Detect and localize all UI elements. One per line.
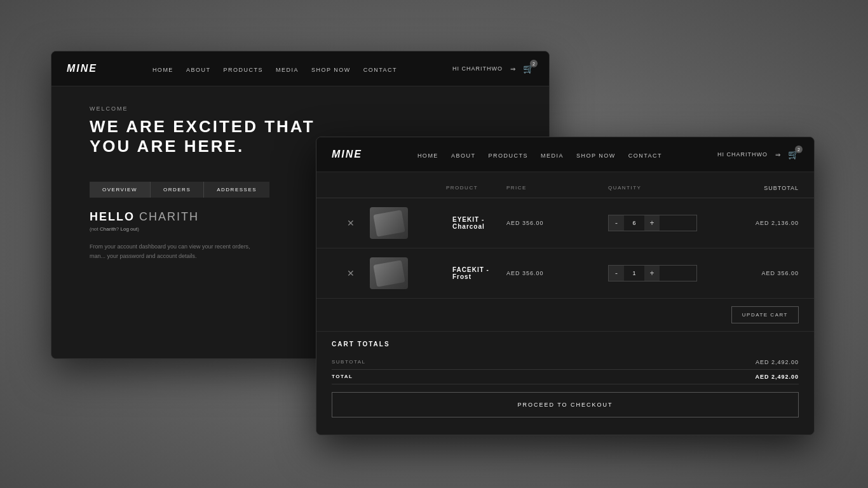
totals-total-label: TOTAL (332, 374, 353, 380)
front-nav-media[interactable]: MEDIA (541, 152, 564, 159)
product-name-bold-row2: FACE (452, 266, 472, 273)
product-img-row1 (370, 207, 408, 239)
back-nav-about[interactable]: ABOUT (186, 67, 211, 73)
back-welcome-label: WELCOME (90, 105, 511, 112)
th-subtotal: SUBTOTAL (697, 185, 799, 191)
front-user-link[interactable]: HI CHARITHWO (717, 151, 768, 158)
back-nav: MINE HOME ABOUT PRODUCTS MEDIA SHOP NOW … (51, 51, 549, 86)
update-cart-button[interactable]: UPDATE CART (731, 306, 799, 323)
front-nav-products[interactable]: PRODUCTS (488, 152, 528, 159)
cart-table-header: PRODUCT PRICE QUANTITY SUBTOTAL (316, 179, 814, 198)
back-nav-products[interactable]: PRODUCTS (223, 67, 263, 73)
totals-subtotal-value: AED 2,492.00 (756, 359, 799, 365)
qty-plus-row1[interactable]: + (644, 215, 660, 231)
th-quantity: QUANTITY (608, 185, 697, 191)
back-description: From your account dashboard you can view… (90, 242, 268, 261)
totals-total-row: TOTAL AED 2,492.00 (332, 370, 799, 384)
th-empty1 (332, 185, 370, 191)
totals-total-value: AED 2,492.00 (755, 374, 799, 380)
front-cart-badge: 2 (795, 146, 803, 153)
remove-row2-button[interactable]: ✕ (332, 268, 370, 278)
qty-control-row2[interactable]: - + (608, 265, 697, 281)
product-img-row2 (370, 257, 408, 289)
subtotal-row2: AED 356.00 (697, 270, 799, 276)
subtotal-row1: AED 2,136.00 (697, 220, 799, 226)
back-logout-icon[interactable]: ⇒ (510, 65, 515, 72)
table-row: ✕ EYEKIT - Charcoal AED 356.00 - + AED 2… (316, 198, 814, 248)
back-greeting-name: CHARITH (139, 210, 199, 223)
back-cart-icon[interactable]: 🛒 2 (523, 64, 534, 74)
th-empty2 (370, 185, 446, 191)
qty-plus-row2[interactable]: + (644, 266, 660, 281)
tab-overview[interactable]: OVERVIEW (90, 182, 151, 198)
totals-subtotal-label: SUBTOTAL (332, 359, 366, 365)
product-price-row2: AED 356.00 (506, 270, 608, 276)
back-nav-contact[interactable]: CONTACT (363, 67, 397, 73)
front-logout-icon[interactable]: ⇒ (775, 151, 780, 158)
qty-control-row1[interactable]: - + (608, 215, 697, 231)
front-window: MINE HOME ABOUT PRODUCTS MEDIA SHOP NOW … (316, 137, 815, 435)
table-row: ✕ FACEKIT - Frost AED 356.00 - + AED 356… (316, 248, 814, 299)
tab-addresses[interactable]: ADDRESSES (204, 182, 269, 198)
tab-orders[interactable]: ORDERS (151, 182, 204, 198)
update-cart-wrap: UPDATE CART (316, 299, 814, 332)
product-shape-row2 (373, 260, 405, 287)
th-price: PRICE (506, 185, 608, 191)
product-price-row1: AED 356.00 (506, 220, 608, 226)
back-nav-right: HI CHARITHWO ⇒ 🛒 2 (452, 64, 534, 74)
front-nav: MINE HOME ABOUT PRODUCTS MEDIA SHOP NOW … (316, 137, 814, 172)
back-logout-link[interactable]: Log out (120, 226, 137, 232)
back-nav-shopnow[interactable]: SHOP NOW (311, 67, 351, 73)
product-name-bold-row1: EYE (452, 216, 467, 223)
front-nav-contact[interactable]: CONTACT (628, 152, 662, 159)
back-nav-media[interactable]: MEDIA (276, 67, 299, 73)
back-nav-home[interactable]: HOME (153, 67, 173, 73)
front-nav-shopnow[interactable]: SHOP NOW (576, 152, 616, 159)
totals-subtotal-row: SUBTOTAL AED 2,492.00 (332, 355, 799, 370)
qty-minus-row1[interactable]: - (609, 215, 624, 231)
remove-row1-button[interactable]: ✕ (332, 218, 370, 228)
qty-input-row1[interactable] (624, 215, 644, 231)
checkout-button[interactable]: PROCEED TO CHECKOUT (332, 392, 799, 417)
qty-minus-row2[interactable]: - (609, 266, 624, 281)
product-name-row2: FACEKIT - Frost (446, 266, 506, 280)
back-logo: MINE (67, 63, 97, 74)
back-nav-links: HOME ABOUT PRODUCTS MEDIA SHOP NOW CONTA… (153, 63, 397, 74)
front-logo: MINE (332, 149, 362, 160)
front-cart-icon[interactable]: 🛒 2 (788, 149, 799, 159)
back-charith-link[interactable]: Charith (100, 226, 116, 232)
front-nav-home[interactable]: HOME (417, 152, 438, 159)
qty-input-row2[interactable] (624, 266, 644, 281)
front-nav-links: HOME ABOUT PRODUCTS MEDIA SHOP NOW CONTA… (417, 149, 662, 160)
front-nav-about[interactable]: ABOUT (451, 152, 476, 159)
th-product: PRODUCT (446, 185, 506, 191)
back-cart-badge: 2 (530, 60, 538, 67)
cart-totals-title: CART TOTALS (332, 341, 799, 348)
cart-totals: CART TOTALS SUBTOTAL AED 2,492.00 TOTAL … (316, 332, 814, 426)
product-shape-row1 (373, 210, 405, 236)
back-user-link[interactable]: HI CHARITHWO (452, 65, 503, 72)
front-nav-right: HI CHARITHWO ⇒ 🛒 2 (717, 149, 799, 159)
product-name-row1: EYEKIT - Charcoal (446, 216, 506, 230)
